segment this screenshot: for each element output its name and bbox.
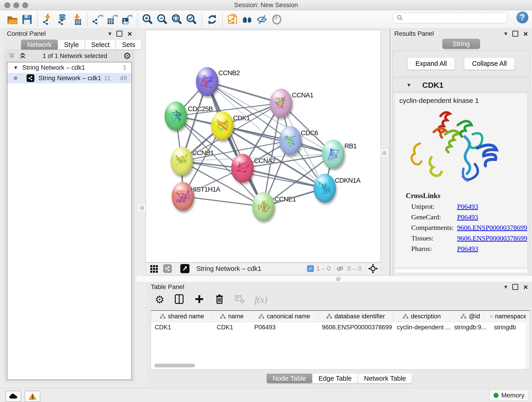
node-CCNA2[interactable] [231,154,254,183]
float-panel-icon[interactable] [512,31,518,37]
table-cell[interactable]: CDK1 [151,322,213,333]
grid-view-icon[interactable] [149,264,159,274]
zoom-in-button[interactable] [140,12,155,27]
tab-network[interactable]: Network [21,40,58,50]
help-button[interactable]: ? [516,12,528,23]
export-network-button[interactable] [90,12,105,27]
collapse-entry-icon[interactable]: ▼ [407,83,410,87]
search-field[interactable] [393,12,507,23]
table-vertical-scrollbar[interactable] [526,311,530,369]
delete-table-icon[interactable] [234,294,245,305]
column-header-canonical-name[interactable]: canonical name [251,311,318,322]
collection-expand-icon[interactable]: ▼ [14,65,17,70]
collapse-all-button[interactable]: Collapse All [464,57,515,70]
table-row[interactable]: CDK1CDK1P064939606.ENSP00000378699cyclin… [151,322,530,333]
crosslink-link[interactable]: 9606.ENSP00000378699 [457,224,527,231]
export-image-button[interactable] [120,12,134,27]
network-options-gear-icon[interactable]: ⚙ [123,51,131,61]
node-RB1[interactable] [322,140,344,168]
tab-network-table[interactable]: Network Table [358,374,412,383]
network-canvas[interactable]: CCNB2CCNA1CDC25BCDK1CDC6RB1CCNB1CCNA2CDK… [146,30,381,262]
column-header-name[interactable]: name [213,311,251,322]
table-cell[interactable]: cyclin-dependent ... [393,322,450,333]
crosslink-link[interactable]: P06493 [457,245,478,253]
show-selected-button[interactable] [269,12,284,27]
table-panel-splitter[interactable] [137,276,532,282]
warnings-button[interactable] [25,391,40,402]
search-input[interactable] [405,13,507,23]
table-cell[interactable]: stringdb:9... [450,322,490,333]
cloud-status-button[interactable] [6,391,21,402]
node-table[interactable]: shared name name canonical name database… [151,310,530,370]
node-CCNE1[interactable] [252,192,274,221]
close-panel-icon[interactable]: × [523,285,528,289]
close-panel-icon[interactable]: × [523,32,528,36]
import-table-button[interactable] [70,12,84,27]
zoom-selected-button[interactable] [184,12,199,27]
refresh-button[interactable] [205,12,220,27]
function-builder-icon[interactable]: f(x) [254,294,267,305]
tab-edge-table[interactable]: Edge Table [312,374,358,383]
fit-content-crosshair-icon[interactable] [368,263,378,274]
column-header--id[interactable]: @id [450,311,490,322]
node-CDC25B[interactable] [165,102,187,130]
crosslink-link[interactable]: P06493 [457,213,478,221]
table-horizontal-scrollbar[interactable] [154,364,195,367]
table-cell[interactable]: stringdb [490,322,527,333]
node-CCNA1[interactable] [270,89,292,118]
tab-string[interactable]: String [443,39,480,49]
expand-all-chevron-icon[interactable] [8,52,16,59]
table-cell[interactable]: 9606.ENSP00000378699 [318,322,393,333]
hidden-eye-icon[interactable] [336,265,345,272]
tab-select[interactable]: Select [85,40,116,50]
share-view-icon[interactable] [163,264,172,273]
import-database-button[interactable] [55,12,70,27]
edge-HIST1H1A-CCNE1[interactable] [183,196,263,206]
table-options-gear-icon[interactable]: ⚙ [155,293,164,306]
node-CDK1[interactable] [211,111,234,140]
tab-node-table[interactable]: Node Table [266,374,312,383]
column-header-database-identifier[interactable]: database identifier [318,311,393,322]
add-column-icon[interactable] [194,294,205,305]
node-CDC6[interactable] [279,126,302,155]
panel-menu-icon[interactable]: ▼ [108,32,111,36]
panel-menu-icon[interactable]: ▼ [504,285,507,289]
close-panel-icon[interactable]: × [127,32,132,36]
float-panel-icon[interactable] [116,31,122,37]
crosslink-link[interactable]: P06493 [457,203,478,211]
string-home-button[interactable] [240,12,255,27]
delete-column-trash-icon[interactable] [214,294,225,305]
column-header-description[interactable]: description [393,311,450,322]
show-columns-icon[interactable] [174,294,184,305]
tab-sets[interactable]: Sets [116,40,141,50]
tab-style[interactable]: Style [58,40,85,50]
zoom-out-button[interactable] [155,12,170,27]
expand-all-button[interactable]: Expand All [407,57,455,70]
network-row-selected[interactable]: String Network – cdk1 11 48 [7,73,132,83]
export-table-button[interactable] [105,12,120,27]
table-cell[interactable]: P06493 [251,322,318,333]
hide-selected-button[interactable] [255,12,269,27]
node-CDKN1A[interactable] [313,174,336,203]
node-CCNB2[interactable] [196,67,218,96]
open-session-button[interactable] [5,12,20,27]
collection-row[interactable]: ▼ String Network – cdk1 1 [7,62,132,73]
crosslink-link[interactable]: 9606.ENSP00000378699 [457,234,527,242]
float-panel-icon[interactable] [512,284,518,290]
right-splitter-handle[interactable] [380,149,388,157]
share-document-button[interactable] [225,12,240,27]
column-header-namespace[interactable]: namespace [490,311,527,322]
birdseye-view-icon[interactable] [180,264,190,273]
table-cell[interactable]: CDK1 [213,322,251,333]
selected-checkbox-icon[interactable]: ✓ [307,265,314,272]
node-CCNB1[interactable] [171,147,193,176]
save-session-button[interactable] [20,12,34,27]
left-splitter-handle[interactable] [138,204,146,211]
results-scrollbar[interactable] [394,269,528,273]
zoom-fit-button[interactable] [170,12,184,27]
memory-button[interactable]: Memory [489,390,529,401]
import-network-button[interactable] [40,12,55,27]
column-header-shared-name[interactable]: shared name [151,311,213,322]
panel-menu-icon[interactable]: ▼ [504,32,507,36]
gene-entry-header[interactable]: ▼ CDK1 [393,79,530,92]
